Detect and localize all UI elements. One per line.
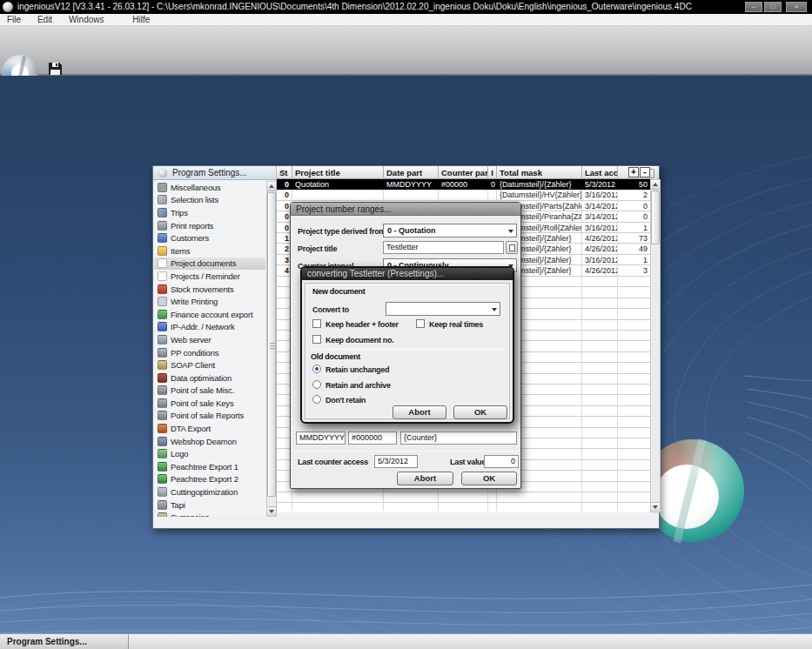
pos-icon [158,411,167,420]
retain-unchanged-radio[interactable] [312,365,321,373]
keep-document-no-checkbox[interactable] [312,335,321,344]
sidebar-item-logo[interactable]: Logo [154,447,265,460]
convert-to-dropdown[interactable] [386,302,500,316]
separator [295,451,517,452]
sidebar-item-cuttingoptimization[interactable]: Cuttingoptimization [154,485,265,498]
scroll-down-icon[interactable] [651,502,660,512]
project-title-label: Project title [298,244,337,253]
mask-date-input[interactable]: MMDDYYYY [296,432,346,445]
table-scrollbar[interactable] [650,179,661,512]
copy-page-button[interactable] [506,241,518,254]
sidebar-item-trips[interactable]: Trips [154,206,265,219]
app-logo-icon [3,2,13,12]
menu-file[interactable]: File [0,14,28,26]
last-counter-access-label: Last counter access [298,458,368,466]
sidebar-item-write-printing[interactable]: Write Printing [154,295,265,308]
sidebar-item-print-reports[interactable]: Print reports [154,219,265,232]
stock-icon [158,284,167,294]
ok-button[interactable]: OK [453,405,507,419]
sidebar-item-ip-addr-network[interactable]: IP-Addr. / Network [154,321,265,334]
sidebar-item-tapi[interactable]: Tapi [154,498,265,512]
dont-retain-radio[interactable] [312,395,321,404]
add-row-button[interactable]: + [628,167,639,177]
col-total-mask: Total mask [497,166,582,179]
image-icon [158,449,167,458]
sidebar-item-projects-reminder[interactable]: Projects / Reminder [154,270,265,283]
mask-counter-input[interactable]: {Counter} [400,432,517,445]
menu-hilfe[interactable]: Hilfe [125,14,157,26]
taskbar-item-program-settings[interactable]: Program Settings... [0,634,129,649]
sidebar-item-pos-keys[interactable]: Point of sale Keys [154,397,265,410]
close-button[interactable]: × [786,2,807,12]
cutting-icon [158,487,167,497]
last-value-input[interactable]: 0 [484,455,519,468]
old-document-label: Old document [311,352,360,361]
gear-icon [158,348,167,358]
sidebar-item-pos-misc[interactable]: Point of sale Misc. [154,385,265,398]
menu-windows[interactable]: Windows [62,14,111,26]
sidebar-item-soap-client[interactable]: SOAP Client [154,358,265,371]
ok-button[interactable]: OK [461,472,517,485]
col-date-part: Date part [384,166,439,179]
pos-icon [158,398,167,408]
sidebar-item-peachtree-export-2[interactable]: Peachtree Export 2 [154,473,265,486]
dialog-titlebar[interactable]: Project number ranges... [291,203,520,216]
table-row[interactable]: 0 Quotation MMDDYYYY #00000 0 {Datumstei… [277,179,650,190]
keep-real-times-checkbox[interactable] [416,319,425,328]
sidebar-item-customers[interactable]: Customers [154,231,265,244]
app-title: ingeniousV12 [V3.3.41 - 26.03.12] - C:\U… [17,0,692,14]
sidebar-item-selection-lists[interactable]: Selection lists [154,194,265,207]
project-title-input[interactable]: Testletter [383,241,504,254]
scroll-up-icon[interactable] [267,182,276,191]
menu-edit[interactable]: Edit [30,14,59,26]
project-type-label: Project type derived from [298,227,386,236]
phone-icon [158,500,167,510]
document-icon [158,271,167,281]
dont-retain-label: Don't retain [325,396,366,405]
sidebar-item-data-optimisation[interactable]: Data optimisation [154,371,265,385]
sidebar-item-project-documents[interactable]: Project documents [154,258,265,271]
sidebar-item-pos-reports[interactable]: Point of sale Reports [154,410,265,423]
keep-document-no-label: Keep document no. [325,336,393,345]
settings-sidebar: Miscellaneous Selection lists Trips Prin… [154,181,265,517]
sidebar-item-dta-export[interactable]: DTA Export [154,422,265,435]
sidebar-item-peachtree-export-1[interactable]: Peachtree Export 1 [154,460,265,473]
last-counter-access-input[interactable]: 5/3/2012 [374,455,418,468]
abort-button[interactable]: Abort [397,472,453,485]
separator [309,349,507,350]
person-icon [158,233,167,243]
sidebar-item-pp-conditions[interactable]: PP conditions [154,346,265,359]
dialog-titlebar[interactable]: converting Testletter (Presettings)... [302,268,513,280]
retain-and-archive-label: Retain and archive [325,381,391,390]
col-i: I [488,166,497,179]
trips-icon [158,208,167,217]
keep-real-times-label: Keep real times [429,320,483,329]
save-icon[interactable] [48,61,63,76]
printer-icon [158,221,167,231]
keep-header-footer-checkbox[interactable] [312,319,321,328]
sidebar-item-currencies[interactable]: Currencies [154,511,265,517]
sidebar-item-web-server[interactable]: Web server [154,333,265,346]
table-row[interactable]: 0 {Datumsteil}/HV{Zähler} 3/16/2012 2 [277,190,650,200]
sidebar-item-miscellaneous[interactable]: Miscellaneous [154,181,265,194]
scroll-up-icon[interactable] [651,180,660,190]
retain-and-archive-radio[interactable] [312,380,321,389]
maximize-button[interactable]: □ [764,2,782,12]
minimize-button[interactable]: – [745,2,762,12]
abort-button[interactable]: Abort [393,405,446,419]
scroll-down-icon[interactable] [267,506,276,516]
sidebar-scroll-thumb[interactable] [267,192,276,497]
sidebar-item-finance-account-export[interactable]: Finance account export [154,308,265,321]
sidebar-item-webshop-deamon[interactable]: Webshop Deamon [154,435,265,448]
new-document-label: New document [312,287,365,296]
sidebar-item-stock-movements[interactable]: Stock movements [154,283,265,296]
sidebar-item-items[interactable]: Items [154,244,265,258]
soap-icon [158,360,167,370]
project-type-dropdown[interactable]: 0 - Quotation [383,224,517,238]
mask-number-input[interactable]: #000000 [348,432,397,445]
database-icon [158,373,167,383]
convert-to-label: Convert to [312,305,349,314]
remove-row-button[interactable]: - [640,167,650,177]
recycle-icon [158,474,167,484]
table-scroll-thumb[interactable] [651,191,660,244]
